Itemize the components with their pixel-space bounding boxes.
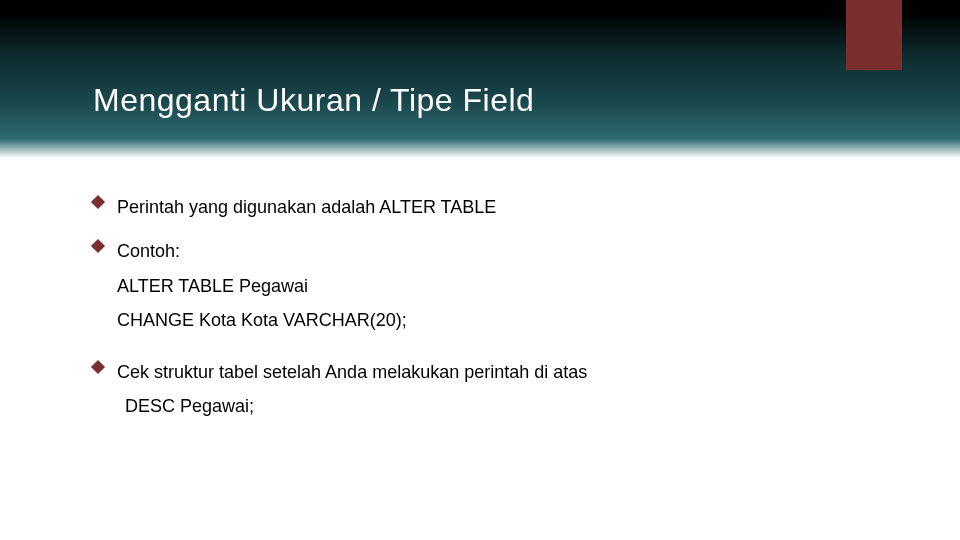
- bullet-item: Contoh:: [93, 239, 900, 263]
- code-line: DESC Pegawai;: [125, 394, 900, 418]
- bullet-text: Cek struktur tabel setelah Anda melakuka…: [117, 360, 587, 384]
- accent-tab: [846, 0, 902, 70]
- diamond-icon: [93, 197, 105, 209]
- slide-title: Mengganti Ukuran / Tipe Field: [93, 82, 534, 119]
- bullet-item: Cek struktur tabel setelah Anda melakuka…: [93, 360, 900, 384]
- bullet-text: Perintah yang digunakan adalah ALTER TAB…: [117, 195, 496, 219]
- code-line: ALTER TABLE Pegawai: [117, 274, 900, 298]
- slide: Mengganti Ukuran / Tipe Field Perintah y…: [0, 0, 960, 540]
- diamond-icon: [93, 362, 105, 374]
- bullet-item: Perintah yang digunakan adalah ALTER TAB…: [93, 195, 900, 219]
- slide-body: Perintah yang digunakan adalah ALTER TAB…: [93, 195, 900, 429]
- header-band: [0, 0, 960, 158]
- code-line: CHANGE Kota Kota VARCHAR(20);: [117, 308, 900, 332]
- diamond-icon: [93, 241, 105, 253]
- bullet-text: Contoh:: [117, 239, 180, 263]
